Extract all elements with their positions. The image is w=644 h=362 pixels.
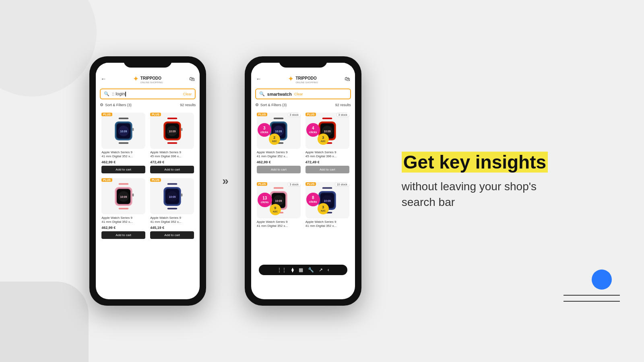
svg-text:10:09: 10:09 xyxy=(324,200,331,202)
sort-bar-left: ⚙ Sort & Filters (3) 92 results xyxy=(96,101,200,109)
phone-screen-left: ← ✦ TRIPPODO ONLINE SHOPPING 🛍 🔍 :: log xyxy=(96,63,200,299)
a2c-count-right-1: 2 xyxy=(273,136,275,140)
toolbar-export-icon[interactable]: ↗ xyxy=(319,267,323,273)
sort-left-right: ⚙ Sort & Filters (3) xyxy=(255,103,287,107)
clicks-count-right-4: 8 xyxy=(312,195,314,200)
search-clear-left[interactable]: Clear xyxy=(183,92,192,96)
a2c-label-right-2: A2C xyxy=(321,140,326,143)
product-price-left-3: 462,99 € xyxy=(101,226,145,230)
watch-svg-left-4: 10:09 xyxy=(158,180,186,212)
toolbar-layers-icon[interactable]: ⧫ xyxy=(291,267,294,273)
product-img-right-4: 10 stock 10:09 xyxy=(305,182,349,218)
a2c-count-right-2: 3 xyxy=(322,136,324,140)
clicks-badge-right-3: 13 clicks xyxy=(258,193,272,207)
a2c-count-right-3: 9 xyxy=(274,206,276,210)
cart-icon-left[interactable]: 🛍 xyxy=(189,76,195,82)
svg-rect-31 xyxy=(181,193,182,197)
a2c-count-right-4: 3 xyxy=(322,205,324,210)
product-card-right-2: PLUS 3 stock 10:09 xyxy=(303,110,352,176)
product-price-left-1: 462,99 € xyxy=(101,160,145,164)
plus-badge-left-2: PLUS xyxy=(150,113,161,116)
svg-rect-24 xyxy=(167,183,177,185)
add-to-cart-left-1[interactable]: Add to cart xyxy=(101,166,145,173)
back-arrow-left[interactable]: ← xyxy=(101,76,106,82)
stock-badge-right-4: 10 stock xyxy=(335,182,349,187)
cursor-left xyxy=(125,92,126,97)
svg-text:10:09: 10:09 xyxy=(169,195,175,198)
toolbar-wrench-icon[interactable]: 🔧 xyxy=(308,267,314,273)
plus-badge-left-1: PLUS xyxy=(101,113,112,116)
add-to-cart-left-3[interactable]: Add to cart xyxy=(101,231,145,239)
svg-rect-0 xyxy=(118,118,128,119)
add-to-cart-left-2[interactable]: Add to cart xyxy=(150,166,194,173)
svg-text:10:09: 10:09 xyxy=(275,130,282,133)
product-card-left-2: PLUS 10:09 xyxy=(148,110,196,176)
logo-name-left: TRIPPODO xyxy=(140,76,161,80)
clicks-badge-right-4: 8 clicks xyxy=(306,193,320,206)
add-to-cart-left-4[interactable]: Add to cart xyxy=(150,231,194,239)
clicks-badge-right-2: 4 clicks xyxy=(306,123,320,137)
sort-left-left: ⚙ Sort & Filters (3) xyxy=(100,103,132,107)
bottom-toolbar: ⋮⋮ ⧫ ▦ 🔧 ↗ ‹ xyxy=(259,265,347,275)
sort-label-left[interactable]: Sort & Filters (3) xyxy=(105,103,132,107)
a2c-badge-right-3: 9 A2C xyxy=(270,204,281,215)
watch-svg-left-2: 10:09 xyxy=(158,115,186,147)
svg-text:10:09: 10:09 xyxy=(120,195,127,198)
cart-icon-right[interactable]: 🛍 xyxy=(345,76,350,82)
product-img-left-2: 10:09 xyxy=(150,113,194,149)
logo-icon-right: ✦ xyxy=(288,74,294,83)
stock-badge-right-3: 3 stock xyxy=(288,182,301,187)
product-name-right-1: Apple Watch Series 941 mm Digital 352 x.… xyxy=(257,150,301,159)
add-to-cart-right-2[interactable]: Add to cart xyxy=(305,166,349,173)
svg-text:10:09: 10:09 xyxy=(324,130,331,133)
double-arrow: » xyxy=(222,175,229,187)
toolbar-grid-icon[interactable]: ⋮⋮ xyxy=(277,267,287,273)
search-bar-left[interactable]: 🔍 :: login Clear xyxy=(100,88,196,99)
a2c-label-right-4: A2C xyxy=(321,210,326,212)
product-name-right-3: Apple Watch Series 941 mm Digital 352 x.… xyxy=(257,220,301,228)
watch-svg-left-3: 10:09 xyxy=(109,180,138,212)
toolbar-chevron-icon[interactable]: ‹ xyxy=(328,267,329,273)
search-clear-right[interactable]: Clear xyxy=(294,92,303,96)
insights-panel: Get key insights without leaving your sh… xyxy=(402,152,555,210)
svg-rect-46 xyxy=(274,187,283,189)
logo-sub-right: ONLINE SHOPPING xyxy=(295,81,318,84)
back-arrow-right[interactable]: ← xyxy=(256,76,262,82)
product-img-left-1: 10:09 xyxy=(101,113,145,149)
product-price-left-4: 445,19 € xyxy=(150,226,194,230)
sort-label-right[interactable]: Sort & Filters (3) xyxy=(260,103,287,107)
arrow-between: » xyxy=(222,175,229,187)
watch-svg-left-1: 10:09 xyxy=(109,115,138,147)
svg-rect-23 xyxy=(132,193,134,197)
filter-icon-right: ⚙ xyxy=(255,103,259,107)
svg-text:10:09: 10:09 xyxy=(120,130,127,133)
logo-name-right: TRIPPODO xyxy=(295,76,316,80)
svg-rect-25 xyxy=(167,208,177,210)
product-img-right-3: 3 stock 10:09 xyxy=(257,182,301,218)
plus-badge-right-1: PLUS xyxy=(257,113,268,116)
plus-badge-left-3: PLUS xyxy=(101,178,112,182)
search-bar-right[interactable]: 🔍 smartwatch Clear xyxy=(255,88,351,99)
svg-rect-17 xyxy=(118,208,128,210)
product-name-left-1: Apple Watch Series 941 mm Digital 352 x.… xyxy=(101,150,145,159)
insights-title: Get key insights xyxy=(402,152,555,173)
results-count-right: 92 results xyxy=(335,103,351,107)
svg-rect-1 xyxy=(118,142,128,144)
clicks-count-right-2: 4 xyxy=(312,126,314,131)
product-img-left-3: 10:09 xyxy=(101,178,145,214)
add-to-cart-right-1[interactable]: Add to cart xyxy=(257,166,301,173)
toolbar-calendar-icon[interactable]: ▦ xyxy=(299,267,303,273)
insights-subtitle: without leaving your shop's search bar xyxy=(402,179,555,210)
svg-rect-53 xyxy=(322,187,332,189)
phone-wrapper: ← ✦ TRIPPODO ONLINE SHOPPING 🛍 🔍 :: log xyxy=(89,56,555,306)
product-price-right-1: 462,99 € xyxy=(257,160,301,164)
results-count-left: 92 results xyxy=(180,103,196,107)
clicks-count-right-1: 3 xyxy=(263,126,266,131)
search-icon-left: 🔍 xyxy=(104,91,109,97)
product-name-left-3: Apple Watch Series 941 mm Digital 352 x.… xyxy=(101,216,145,224)
svg-rect-8 xyxy=(167,118,177,119)
product-name-right-4: Apple Watch Series 941 mm Digital 352 x.… xyxy=(305,220,349,228)
plus-badge-left-4: PLUS xyxy=(150,178,161,182)
products-grid-right-row2: PLUS 3 stock 10:09 xyxy=(251,178,355,232)
a2c-label-right-3: A2C xyxy=(273,210,278,213)
